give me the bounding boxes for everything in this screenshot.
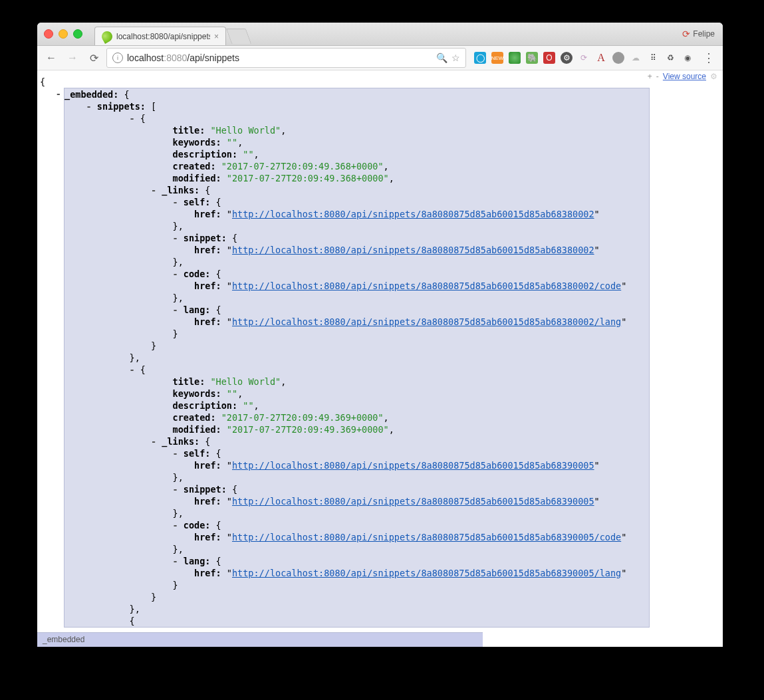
json-link[interactable]: http://localhost:8080/api/snippets/8a808…	[232, 460, 594, 471]
new-tab-button[interactable]	[226, 29, 251, 44]
toggle-icon[interactable]: -	[173, 197, 178, 207]
title-bar: localhost:8080/api/snippets × ⟳ Felipe	[37, 23, 723, 46]
toggle-icon[interactable]: -	[151, 185, 156, 195]
close-tab-icon[interactable]: ×	[214, 32, 219, 41]
back-button[interactable]: ←	[43, 49, 60, 66]
settings-gear-icon[interactable]: ⚙	[710, 72, 717, 81]
address-bar[interactable]: i localhost:8080/api/snippets 🔍 ☆	[106, 48, 466, 68]
browser-tab[interactable]: localhost:8080/api/snippets ×	[94, 27, 226, 45]
profile-indicator[interactable]: ⟳ Felipe	[682, 29, 715, 39]
toggle-icon[interactable]: -	[173, 556, 178, 566]
extension-icons: ◯ NEW 🐘 O ⚙ ⟳ A ☁ ⠿ ♻ ◉	[474, 52, 694, 64]
json-viewer-toolbar: + - View source ⚙	[648, 72, 717, 81]
extension-icon[interactable]: ☁	[630, 52, 642, 64]
extension-icon[interactable]: A	[595, 52, 607, 64]
collapse-all-button[interactable]: -	[656, 72, 659, 81]
json-link[interactable]: http://localhost:8080/api/snippets/8a808…	[232, 496, 594, 507]
toggle-icon[interactable]: -	[56, 88, 61, 99]
status-bar: _embedded	[37, 632, 483, 647]
extension-icon[interactable]: O	[543, 52, 555, 64]
tab-title: localhost:8080/api/snippets	[116, 32, 210, 41]
bookmark-star-icon[interactable]: ☆	[451, 53, 460, 63]
url-text: localhost:8080/api/snippets	[127, 53, 432, 63]
toggle-icon[interactable]: -	[130, 113, 135, 124]
forward-button[interactable]: →	[64, 49, 81, 66]
json-link[interactable]: http://localhost:8080/api/snippets/8a808…	[232, 209, 594, 219]
url-host: localhost	[127, 53, 164, 63]
close-window-button[interactable]	[44, 29, 53, 39]
view-source-link[interactable]: View source	[663, 72, 706, 81]
url-port: :8080	[164, 53, 187, 63]
toggle-icon[interactable]: -	[173, 269, 178, 279]
zoom-icon[interactable]: 🔍	[436, 53, 447, 63]
extension-icon[interactable]: ⟳	[578, 52, 590, 64]
reload-button[interactable]: ⟳	[85, 49, 102, 66]
toggle-icon[interactable]: -	[173, 233, 178, 243]
extension-icon[interactable]	[509, 52, 521, 64]
menu-button[interactable]: ⋮	[700, 49, 717, 66]
json-viewer: {-_embedded: { - snippets: [ - { title: …	[40, 76, 650, 630]
json-link[interactable]: http://localhost:8080/api/snippets/8a808…	[232, 245, 594, 255]
site-info-icon[interactable]: i	[112, 53, 123, 63]
extension-icon[interactable]: ⚙	[561, 52, 573, 64]
toggle-icon[interactable]: -	[173, 484, 178, 495]
extension-icon[interactable]: ◯	[474, 52, 486, 64]
window-controls	[44, 29, 82, 39]
extension-icon[interactable]: ⠿	[647, 52, 659, 64]
page-content: + - View source ⚙ {-_embedded: { - snipp…	[37, 70, 723, 647]
json-link[interactable]: http://localhost:8080/api/snippets/8a808…	[232, 532, 621, 542]
extension-icon[interactable]: 🐘	[526, 52, 538, 64]
url-path: /api/snippets	[187, 53, 239, 63]
toggle-icon[interactable]: -	[151, 436, 156, 447]
json-link[interactable]: http://localhost:8080/api/snippets/8a808…	[232, 568, 621, 578]
json-line: {	[40, 76, 650, 88]
json-link[interactable]: http://localhost:8080/api/snippets/8a808…	[232, 281, 621, 291]
toggle-icon[interactable]: -	[173, 520, 178, 530]
toggle-icon[interactable]: -	[130, 364, 135, 375]
json-link[interactable]: http://localhost:8080/api/snippets/8a808…	[232, 316, 621, 327]
extension-icon[interactable]: NEW	[491, 52, 503, 64]
toolbar: ← → ⟳ i localhost:8080/api/snippets 🔍 ☆ …	[37, 46, 723, 70]
toggle-icon[interactable]: -	[173, 448, 178, 459]
minimize-window-button[interactable]	[59, 29, 68, 39]
extension-icon[interactable]: ◉	[682, 52, 694, 64]
toggle-icon[interactable]: -	[86, 101, 92, 112]
browser-window: localhost:8080/api/snippets × ⟳ Felipe ←…	[37, 23, 723, 647]
maximize-window-button[interactable]	[73, 29, 82, 39]
extension-icon[interactable]: ♻	[664, 52, 676, 64]
toggle-icon[interactable]: -	[173, 304, 178, 315]
json-highlighted-block: _embedded: { - snippets: [ - { title: "H…	[64, 88, 650, 628]
extension-icon[interactable]	[612, 52, 624, 64]
json-embedded-block: -_embedded: { - snippets: [ - { title: "…	[40, 88, 650, 628]
profile-icon: ⟳	[682, 29, 690, 39]
favicon-icon	[100, 29, 114, 44]
profile-name: Felipe	[693, 29, 715, 39]
